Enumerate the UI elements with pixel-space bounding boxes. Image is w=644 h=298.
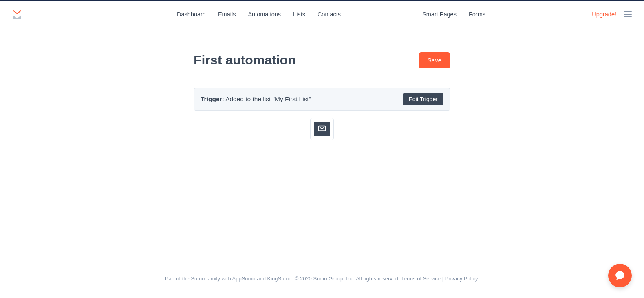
chat-icon (615, 270, 625, 281)
svg-rect-2 (319, 126, 326, 131)
save-button[interactable]: Save (419, 52, 450, 68)
trigger-description: Added to the list "My First List" (224, 96, 311, 102)
footer-text: Part of the Sumo family with AppSumo and… (165, 276, 401, 282)
footer-sep: | (441, 276, 445, 282)
primary-nav: Dashboard Emails Automations Lists Conta… (177, 11, 341, 18)
svg-marker-1 (13, 15, 21, 19)
nav-smart-pages[interactable]: Smart Pages (422, 11, 457, 18)
svg-marker-0 (13, 10, 21, 14)
nav-forms[interactable]: Forms (469, 11, 485, 18)
nav-dashboard[interactable]: Dashboard (177, 11, 206, 18)
chat-button[interactable] (608, 264, 632, 287)
footer: Part of the Sumo family with AppSumo and… (0, 276, 644, 282)
footer-suffix: . (478, 276, 479, 282)
nav-lists[interactable]: Lists (293, 11, 305, 18)
page-title: First automation (194, 53, 296, 68)
mail-icon (314, 122, 330, 136)
header: Dashboard Emails Automations Lists Conta… (0, 1, 644, 28)
add-email-step[interactable] (310, 118, 334, 140)
privacy-link[interactable]: Privacy Policy (445, 276, 478, 282)
nav-automations[interactable]: Automations (248, 11, 281, 18)
logo-icon[interactable] (12, 9, 22, 19)
nav-contacts[interactable]: Contacts (318, 11, 341, 18)
trigger-card: Trigger: Added to the list "My First Lis… (194, 88, 450, 111)
nav-emails[interactable]: Emails (218, 11, 236, 18)
trigger-label: Trigger: (201, 96, 224, 102)
trigger-text: Trigger: Added to the list "My First Lis… (201, 96, 311, 103)
edit-trigger-button[interactable]: Edit Trigger (403, 93, 443, 105)
title-bar: First automation Save (194, 52, 450, 68)
upgrade-link[interactable]: Upgrade! (592, 11, 616, 18)
menu-icon[interactable] (624, 11, 632, 17)
secondary-nav: Smart Pages Forms (422, 11, 485, 18)
terms-link[interactable]: Terms of Service (401, 276, 441, 282)
main-content: First automation Save Trigger: Added to … (194, 52, 450, 140)
flow-connector (322, 111, 322, 118)
